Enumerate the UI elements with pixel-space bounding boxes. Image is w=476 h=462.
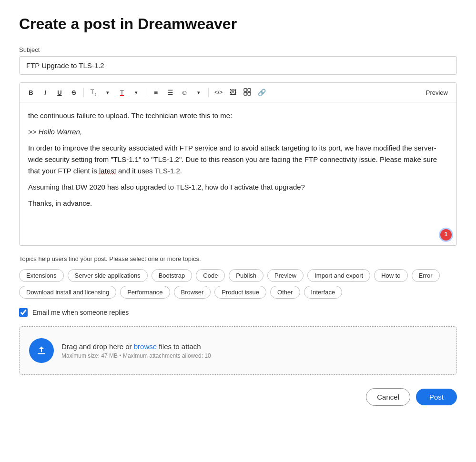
dropzone-text: Drag and drop here or browse files to at…: [61, 342, 211, 351]
topic-tag[interactable]: How to: [374, 269, 407, 282]
topic-tag[interactable]: Extensions: [19, 269, 64, 282]
editor-body[interactable]: the continuous failure to upload. The te…: [20, 102, 456, 245]
strikethrough-icon: S: [72, 89, 76, 96]
resize-handle[interactable]: ⋱: [450, 239, 456, 244]
topics-help-text: Topics help users find your post. Please…: [19, 255, 457, 262]
toolbar-sep-3: [208, 88, 209, 97]
post-button[interactable]: Post: [416, 389, 457, 405]
email-notification-row: Email me when someone replies: [19, 308, 457, 317]
emoji-button[interactable]: ☺: [178, 86, 191, 99]
preview-button[interactable]: Preview: [422, 87, 452, 98]
svg-rect-0: [244, 89, 247, 91]
unordered-list-button[interactable]: ☰: [163, 86, 177, 99]
latest-link[interactable]: latest: [99, 167, 116, 175]
editor-line-1: the continuous failure to upload. The te…: [28, 110, 448, 121]
topic-tag[interactable]: Preview: [267, 269, 304, 282]
bold-button[interactable]: B: [24, 86, 38, 99]
subject-input[interactable]: [19, 56, 457, 75]
toolbar-sep-1: [83, 88, 84, 97]
font-color-icon: T: [120, 89, 124, 96]
dropzone[interactable]: Drag and drop here or browse files to at…: [19, 326, 457, 375]
emoji-icon: ☺: [181, 89, 188, 96]
topic-tag[interactable]: Import and export: [307, 269, 370, 282]
dropzone-sub-text: Maximum size: 47 MB • Maximum attachment…: [61, 352, 211, 359]
editor-line-3: In order to improve the security associa…: [28, 142, 448, 177]
emoji-dropdown-button[interactable]: ▾: [192, 86, 205, 99]
email-checkbox[interactable]: [19, 308, 28, 317]
font-color-button[interactable]: T: [115, 86, 129, 99]
strikethrough-button[interactable]: S: [67, 86, 81, 99]
italic-button[interactable]: I: [39, 86, 52, 99]
editor-line-7: Thanks, in advance.: [28, 198, 448, 209]
ordered-list-icon: ≡: [154, 89, 158, 96]
cancel-button[interactable]: Cancel: [366, 388, 410, 406]
topic-tag[interactable]: Browser: [174, 286, 211, 299]
upload-icon-circle: [29, 338, 54, 363]
topic-tag[interactable]: Download install and licensing: [19, 286, 116, 299]
topics-container: ExtensionsServer side applicationsBootst…: [19, 269, 457, 299]
topic-tag[interactable]: Interface: [304, 286, 343, 299]
font-size-icon: T↕: [91, 88, 97, 97]
email-notification-label: Email me when someone replies: [32, 309, 129, 316]
page-title: Create a post in Dreamweaver: [19, 15, 457, 33]
svg-rect-2: [244, 92, 247, 95]
link-icon: 🔗: [258, 89, 266, 96]
editor-line-5: Assuming that DW 2020 has also upgraded …: [28, 181, 448, 193]
topic-tag[interactable]: Bootstrap: [152, 269, 192, 282]
topic-tag[interactable]: Code: [196, 269, 225, 282]
dropzone-text-after: files to attach: [157, 342, 201, 351]
image-icon: 🖼: [230, 89, 236, 96]
dropzone-text-before: Drag and drop here or: [61, 342, 134, 351]
italic-icon: I: [44, 89, 46, 96]
table-button[interactable]: [241, 86, 254, 99]
editor-container: B I U S T↕ ▾ T ▾ ≡ ☰ ☺: [19, 82, 457, 246]
bold-icon: B: [29, 89, 33, 96]
actions-row: Cancel Post: [19, 388, 457, 406]
emoji-dropdown-icon: ▾: [197, 90, 200, 96]
font-color-dropdown-button[interactable]: ▾: [130, 86, 143, 99]
font-color-dropdown-icon: ▾: [135, 90, 138, 96]
font-size-button[interactable]: T↕: [87, 86, 100, 99]
topic-tag[interactable]: Product issue: [214, 286, 266, 299]
subject-field-label: Subject: [19, 46, 457, 53]
editor-toolbar: B I U S T↕ ▾ T ▾ ≡ ☰ ☺: [20, 83, 456, 102]
topic-tag[interactable]: Server side applications: [68, 269, 148, 282]
topic-tag[interactable]: Error: [412, 269, 440, 282]
link-button[interactable]: 🔗: [255, 86, 269, 99]
svg-rect-3: [248, 92, 251, 95]
topic-tag[interactable]: Publish: [229, 269, 263, 282]
upload-icon: [35, 344, 48, 357]
underline-button[interactable]: U: [53, 86, 66, 99]
font-size-dropdown-icon: ▾: [106, 90, 109, 96]
table-icon: [243, 88, 251, 97]
ordered-list-button[interactable]: ≡: [149, 86, 162, 99]
browse-link[interactable]: browse: [134, 342, 157, 351]
image-button[interactable]: 🖼: [226, 86, 240, 99]
dropzone-content: Drag and drop here or browse files to at…: [61, 342, 211, 359]
toolbar-sep-2: [146, 88, 146, 97]
editor-line-2: >> Hello Warren,: [28, 126, 448, 138]
topic-tag[interactable]: Other: [270, 286, 300, 299]
code-block-button[interactable]: </>: [212, 86, 225, 99]
underline-icon: U: [57, 89, 61, 96]
unordered-list-icon: ☰: [167, 89, 173, 96]
svg-rect-1: [248, 89, 251, 91]
topic-tag[interactable]: Performance: [120, 286, 170, 299]
code-block-icon: </>: [214, 89, 223, 96]
font-size-dropdown-button[interactable]: ▾: [101, 86, 114, 99]
